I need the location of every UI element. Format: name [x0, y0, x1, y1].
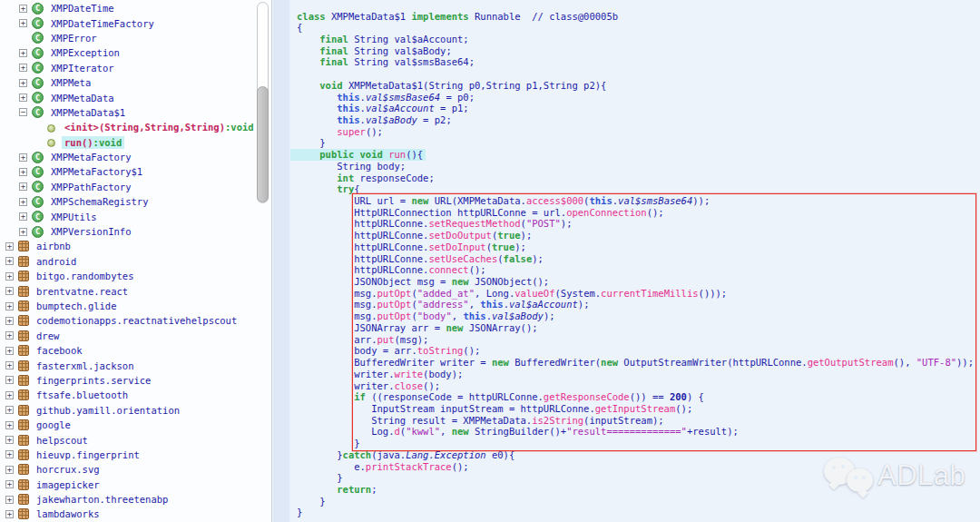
tree-item-label: XMPIterator: [48, 62, 117, 74]
tree-item[interactable]: +CXMPVersionInfo: [0, 224, 271, 239]
code-line: final String val$smsBase64;: [297, 56, 980, 68]
expand-toggle-icon[interactable]: +: [5, 257, 14, 265]
class-icon: C: [32, 106, 44, 118]
expand-toggle-icon[interactable]: +: [19, 5, 27, 13]
expand-toggle-icon[interactable]: +: [5, 242, 14, 251]
tree-item[interactable]: +bitgo.randombytes: [0, 269, 271, 283]
package-icon: [18, 256, 29, 267]
class-icon: C: [32, 47, 44, 59]
expand-toggle-icon[interactable]: +: [5, 406, 14, 414]
package-icon: [18, 419, 29, 430]
code-line: msg.putOpt("body", this.val$aBody);: [297, 310, 980, 322]
tree-item[interactable]: +CXMPMetaFactory: [0, 150, 271, 164]
tree-item[interactable]: +hieuvp.fingerprint: [0, 448, 271, 462]
expand-toggle-icon[interactable]: +: [5, 331, 14, 340]
expand-toggle-icon[interactable]: +: [5, 287, 14, 295]
package-icon: [18, 286, 29, 297]
tree-item[interactable]: +helpscout: [0, 432, 271, 447]
tree-item[interactable]: +brentvatne.react: [0, 283, 271, 298]
wechat-bubble-small-icon: [847, 468, 873, 492]
expand-toggle-icon[interactable]: +: [19, 228, 27, 236]
expand-toggle-icon[interactable]: +: [19, 64, 27, 72]
code-line: httpURLConne.connect();: [297, 264, 980, 276]
tree-item[interactable]: +horcrux.svg: [0, 462, 271, 477]
tree-item[interactable]: +android: [0, 254, 271, 269]
tree-item[interactable]: +CXMPMeta: [0, 75, 271, 90]
tree-item[interactable]: +CXMPIterator: [0, 61, 271, 75]
tree-item[interactable]: −CXMPMetaData$1: [0, 105, 271, 120]
code-line: Log.d("kwwl", new StringBuilder()+"resul…: [297, 426, 980, 438]
expand-toggle-icon[interactable]: +: [19, 198, 27, 206]
expand-toggle-icon[interactable]: +: [5, 376, 14, 384]
expand-toggle-icon[interactable]: +: [5, 391, 14, 399]
tree-item[interactable]: +CXMPPathFactory: [0, 180, 271, 194]
expand-toggle-icon[interactable]: +: [5, 347, 14, 355]
tree-item[interactable]: +drew: [0, 329, 271, 343]
tree-item[interactable]: +fingerprints.service: [0, 373, 271, 388]
tree-item-label: XMPDateTime: [48, 2, 117, 15]
expand-toggle-icon[interactable]: +: [5, 466, 14, 474]
expand-toggle-icon[interactable]: +: [5, 272, 14, 281]
tree-scrollbar-thumb[interactable]: [257, 86, 269, 202]
tree-item[interactable]: +CXMPUtils: [0, 209, 271, 223]
collapse-toggle-icon[interactable]: −: [19, 108, 27, 116]
code-line: class XMPMetaData$1 implements Runnable …: [297, 11, 980, 23]
tree-item[interactable]: +CXMPError: [0, 31, 271, 45]
tree-item[interactable]: +CXMPDateTime: [0, 1, 271, 15]
tree-item-label: github.yamill.orientation: [34, 404, 182, 417]
tree-item-label: jakewharton.threetenabp: [34, 493, 171, 506]
tree-item[interactable]: +CXMPSchemaRegistry: [0, 194, 271, 209]
method-icon: [47, 124, 55, 133]
expand-toggle-icon[interactable]: +: [5, 480, 14, 488]
expand-toggle-icon[interactable]: +: [19, 168, 27, 176]
expand-toggle-icon[interactable]: +: [19, 182, 27, 191]
tree-item[interactable]: +CXMPDateTimeFactory: [0, 15, 271, 30]
tree-item[interactable]: +google: [0, 418, 271, 432]
code-line: HttpURLConnection httpURLConne = url.ope…: [297, 207, 980, 219]
expand-toggle-icon[interactable]: +: [19, 153, 27, 162]
tree-item[interactable]: +CXMPMetaData: [0, 90, 271, 104]
tree-item[interactable]: +jakewharton.threetenabp: [0, 492, 271, 507]
tree-item-label: airbnb: [34, 240, 74, 252]
tree-item[interactable]: +facebook: [0, 343, 271, 358]
tree-item[interactable]: +airbnb: [0, 239, 271, 253]
expand-toggle-icon[interactable]: +: [19, 79, 27, 87]
class-icon: C: [32, 166, 44, 178]
tree-item[interactable]: +CXMPMetaFactory$1: [0, 164, 271, 179]
expand-toggle-icon[interactable]: +: [19, 19, 27, 27]
expand-toggle-icon[interactable]: +: [5, 450, 14, 458]
expand-toggle-icon[interactable]: +: [5, 302, 14, 310]
tree-item[interactable]: +bumptech.glide: [0, 299, 271, 313]
code-line: httpURLConne.setUseCaches(false);: [297, 253, 980, 265]
adlab-watermark: ADLab: [821, 452, 980, 508]
panel-divider[interactable]: [273, 0, 290, 522]
tree-item[interactable]: +fasterxml.jackson: [0, 358, 271, 372]
code-line: this.val$aAccount = p1;: [297, 103, 980, 114]
expand-toggle-icon[interactable]: +: [5, 421, 14, 429]
tree-method-item[interactable]: +<init>(String,String,String):void: [0, 120, 271, 134]
expand-toggle-icon[interactable]: +: [5, 317, 14, 325]
package-icon: [18, 508, 29, 519]
code-line: if ((responseCode = httpURLConne.getResp…: [297, 391, 980, 403]
class-tree[interactable]: +CXMPDateTime+CXMPDateTimeFactory+CXMPEr…: [0, 0, 272, 522]
tree-item[interactable]: +imagepicker: [0, 478, 271, 492]
tree-item-label: XMPUtils: [48, 211, 100, 223]
tree-item[interactable]: +github.yamill.orientation: [0, 403, 271, 418]
expand-toggle-icon[interactable]: +: [5, 496, 14, 504]
code-line: body = arr.toString();: [297, 345, 980, 357]
tree-method-item[interactable]: +run():void: [0, 135, 271, 150]
code-line: String body;: [297, 161, 980, 172]
tree-item[interactable]: +lambdaworks: [0, 507, 271, 521]
expand-toggle-icon[interactable]: +: [19, 49, 27, 57]
tree-item[interactable]: +CXMPException: [0, 45, 271, 60]
watermark-label: ADLab: [877, 459, 965, 492]
code-view[interactable]: class XMPMetaData$1 implements Runnable …: [290, 0, 980, 522]
expand-toggle-icon[interactable]: +: [5, 510, 14, 518]
tree-item[interactable]: +ftsafe.bluetooth: [0, 388, 271, 402]
tree-item[interactable]: +codemotionapps.reactnativehelpscout: [0, 313, 271, 328]
expand-toggle-icon[interactable]: +: [5, 436, 14, 444]
package-icon: [18, 241, 29, 251]
expand-toggle-icon[interactable]: +: [19, 94, 27, 102]
expand-toggle-icon[interactable]: +: [5, 361, 14, 369]
expand-toggle-icon[interactable]: +: [19, 212, 27, 221]
